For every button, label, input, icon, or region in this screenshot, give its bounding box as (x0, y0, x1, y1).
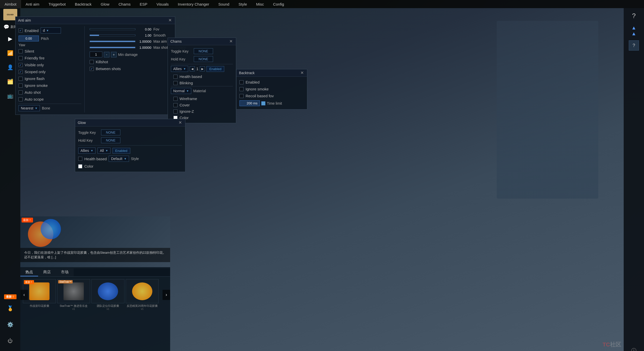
chams-health-based-checkbox[interactable] (173, 75, 178, 79)
auto-scope-checkbox[interactable] (19, 97, 23, 101)
between-shots-label: Between shots (96, 67, 121, 71)
chams-ignore-z-checkbox[interactable] (173, 109, 178, 114)
menu-chams[interactable]: Chams (114, 0, 135, 8)
enabled-checkbox[interactable] (19, 28, 23, 33)
tab-market[interactable]: 市场 (56, 268, 74, 276)
store-item-4: 反恐精英20周年印花胶囊 v1 (126, 279, 159, 310)
power-icon[interactable]: ⏻ (4, 334, 17, 347)
glow-allies-dropdown[interactable]: Allies ▼ (78, 148, 95, 154)
chams-toggle-key-button[interactable]: NONE (194, 48, 213, 54)
signal-icon[interactable]: 📶 (4, 47, 17, 59)
chams-dialog: Chams ✕ Toggle Key NONE Hold Key NONE Al… (168, 38, 236, 123)
badge-icon[interactable]: 🏅 (4, 302, 17, 315)
enabled-dropdown[interactable]: d ▼ (41, 27, 61, 34)
chams-blinking-checkbox[interactable] (173, 81, 178, 85)
newest-badge[interactable]: 最新！ (4, 294, 17, 299)
glow-color-swatch[interactable] (78, 164, 82, 168)
menu-glow[interactable]: Glow (96, 0, 114, 8)
carousel-prev-button[interactable]: ‹ (20, 290, 28, 300)
glow-body: Toggle Key NONE Hold Key NONE Allies ▼ A… (75, 126, 185, 172)
visible-only-checkbox[interactable] (19, 63, 23, 67)
scoped-only-checkbox[interactable] (19, 70, 23, 74)
silent-checkbox[interactable] (19, 49, 23, 53)
settings-icon[interactable]: ⚙️ (4, 318, 17, 331)
glow-toggle-key-button[interactable]: NONE (101, 130, 120, 135)
nearest-dropdown[interactable]: Nearest ▼ (19, 105, 40, 111)
max-aim-slider-track[interactable] (90, 41, 135, 42)
info-button[interactable]: ⓘ (631, 347, 636, 351)
menu-aimbot[interactable]: Aimbot (0, 0, 21, 8)
soldier-figure (497, 21, 598, 199)
anti-aim-left-col: Enabled d ▼ Pitch Yaw (19, 26, 85, 113)
right-sidebar: ? ▲▲ ? ⓘ (624, 8, 644, 351)
menu-style[interactable]: Style (234, 0, 251, 8)
between-shots-checkbox[interactable] (90, 67, 94, 71)
menu-sound[interactable]: Sound (214, 0, 234, 8)
glow-health-based-checkbox[interactable] (78, 157, 82, 161)
tab-shop[interactable]: 商店 (38, 268, 56, 276)
news-icon-area[interactable]: 💬 新闻 (4, 24, 17, 30)
menu-backtrack[interactable]: Backtrack (70, 0, 96, 8)
backtrack-ignore-smoke-checkbox[interactable] (239, 87, 244, 91)
ignore-flash-label: Ignore flash (25, 76, 44, 81)
pitch-input[interactable] (19, 36, 39, 41)
tab-hotspot[interactable]: 热点 (20, 268, 38, 276)
play-button[interactable]: ▶ (4, 33, 17, 45)
glow-all-dropdown[interactable]: All ▼ (98, 148, 110, 154)
friendly-fire-checkbox[interactable] (19, 56, 23, 60)
chams-enabled-button[interactable]: Enabled (206, 66, 224, 72)
glow-hold-key-button[interactable]: NONE (101, 137, 120, 143)
glow-allies-arrow: ▼ (90, 149, 93, 152)
carousel-next-button[interactable]: › (163, 290, 170, 300)
chams-normal-dropdown[interactable]: Normal ▼ (171, 88, 191, 94)
glow-close-button[interactable]: ✕ (178, 121, 183, 125)
user-icon[interactable]: 👤 (4, 61, 17, 74)
chams-next-button[interactable]: ▶ (200, 66, 205, 71)
chams-prev-button[interactable]: ◀ (190, 66, 195, 71)
ignore-flash-checkbox[interactable] (19, 77, 23, 81)
tv-icon[interactable]: 📺 (4, 89, 17, 102)
chams-cover-checkbox[interactable] (173, 103, 178, 107)
glow-toggle-key-label: Toggle Key (78, 131, 99, 135)
min-damage-plus-button[interactable]: + (111, 52, 117, 57)
glow-default-dropdown[interactable]: Default ▼ (109, 156, 129, 162)
newest-badge-store: 最新！ (22, 218, 33, 222)
max-shot-slider-fill (90, 47, 135, 48)
auto-shot-label: Auto shot (25, 90, 41, 94)
backtrack-time-input[interactable] (239, 100, 260, 106)
menu-esp[interactable]: ESP (135, 0, 152, 8)
help-button[interactable]: ? (632, 12, 636, 20)
anti-aim-dialog-header: Anti aim ✕ (15, 17, 175, 24)
menu-triggerbot[interactable]: Triggerbot (44, 0, 70, 8)
fov-slider-track[interactable] (90, 28, 135, 30)
anti-aim-close-button[interactable]: ✕ (167, 18, 172, 22)
menu-config[interactable]: Config (268, 0, 288, 8)
min-damage-minus-button[interactable]: - (104, 52, 109, 57)
briefcase-icon[interactable]: 🗂️ (4, 75, 17, 88)
chams-hold-key-button[interactable]: NONE (194, 56, 213, 62)
ignore-smoke-checkbox[interactable] (19, 84, 23, 88)
menu-anti-aim[interactable]: Anti aim (21, 0, 44, 8)
backtrack-recoil-fov-checkbox[interactable] (239, 94, 244, 98)
menu-visuals[interactable]: Visuals (152, 0, 173, 8)
auto-shot-checkbox[interactable] (19, 90, 23, 94)
chams-wireframe-checkbox[interactable] (173, 97, 178, 101)
smooth-slider-track[interactable] (90, 35, 135, 36)
chams-allies-dropdown[interactable]: Allies ▼ (171, 66, 188, 72)
backtrack-close-button[interactable]: ✕ (299, 71, 304, 75)
unknown-badge[interactable]: ? (629, 40, 639, 51)
glow-enabled-button[interactable]: Enabled (112, 148, 130, 154)
chams-ignore-z-row: Ignore-Z (171, 108, 233, 115)
backtrack-enabled-checkbox[interactable] (239, 80, 244, 84)
enabled-dropdown-arrow: ▼ (46, 29, 49, 32)
smooth-slider-fill (90, 35, 99, 36)
min-damage-input[interactable] (90, 52, 102, 57)
max-shot-slider-track[interactable] (90, 47, 135, 48)
menu-inventory-changer[interactable]: Inventory Changer (173, 0, 214, 8)
fov-value: 0.00 (137, 27, 151, 31)
menu-misc[interactable]: Misc (252, 0, 269, 8)
glow-all-arrow: ▼ (105, 149, 108, 152)
chams-close-button[interactable]: ✕ (228, 39, 233, 43)
killshot-checkbox[interactable] (90, 60, 94, 64)
max-aim-slider-fill (90, 41, 135, 42)
